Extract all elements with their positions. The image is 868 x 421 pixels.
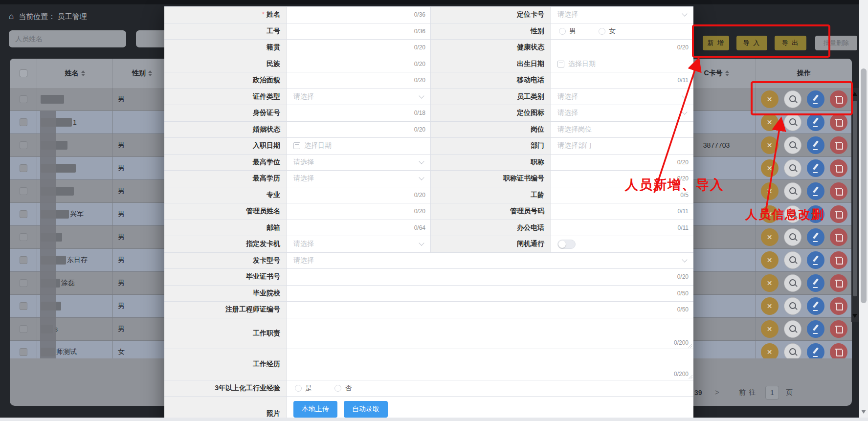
return-card-button[interactable] — [761, 159, 779, 177]
return-card-button[interactable] — [761, 136, 779, 154]
form-field-input[interactable]: 0/20 — [287, 56, 430, 72]
form-field-select[interactable]: 请选择 — [287, 155, 430, 171]
local-upload-button[interactable]: 本地上传 — [293, 401, 337, 418]
row-checkbox[interactable] — [20, 302, 27, 310]
edit-button[interactable] — [807, 182, 824, 200]
form-field-select[interactable]: 请选择 — [551, 7, 693, 23]
sort-caret-icon[interactable] — [725, 70, 729, 76]
form-field-select[interactable]: 请选择 — [551, 89, 693, 105]
delete-button[interactable] — [830, 251, 847, 269]
batch-delete-button[interactable]: 批量删除 — [815, 36, 857, 50]
row-checkbox[interactable] — [20, 233, 27, 241]
auto-capture-button[interactable]: 自动录取 — [344, 401, 388, 418]
row-checkbox[interactable] — [20, 210, 27, 218]
return-card-button[interactable] — [761, 90, 779, 108]
column-header-name[interactable]: 姓名 — [37, 59, 112, 88]
form-field-date[interactable]: 选择日期 — [551, 56, 693, 72]
radio-option[interactable]: 否 — [334, 384, 352, 393]
form-field-select[interactable]: 请选择 — [551, 105, 693, 121]
table-scrollbar-thumb[interactable] — [853, 101, 857, 296]
delete-button[interactable] — [830, 136, 847, 154]
view-button[interactable] — [784, 251, 801, 269]
view-button[interactable] — [784, 297, 801, 315]
view-button[interactable] — [784, 113, 801, 131]
return-card-button[interactable] — [761, 113, 779, 131]
delete-button[interactable] — [830, 297, 847, 315]
form-field-input[interactable]: 0/50 — [287, 286, 693, 302]
return-card-button[interactable] — [761, 343, 779, 358]
edit-button[interactable] — [807, 297, 824, 315]
gate-pass-toggle[interactable] — [557, 240, 576, 249]
view-button[interactable] — [784, 90, 801, 108]
form-field-select[interactable]: 请选择 — [287, 89, 430, 105]
toggle-knob[interactable] — [558, 241, 566, 248]
form-field-input[interactable]: 0/20 — [551, 40, 693, 56]
form-field-select-plain[interactable]: 请选择部门 — [551, 138, 693, 154]
view-button[interactable] — [784, 136, 801, 154]
form-field-select-plain[interactable]: 请选择岗位 — [551, 122, 693, 138]
edit-button[interactable] — [807, 113, 824, 131]
scroll-down-icon[interactable] — [861, 410, 866, 414]
view-button[interactable] — [784, 228, 801, 246]
radio-circle-icon[interactable] — [599, 28, 605, 35]
form-field-input[interactable]: 0/64 — [287, 220, 430, 236]
column-header-gender[interactable]: 性别 — [112, 59, 171, 88]
delete-button[interactable] — [830, 228, 847, 246]
page-scrollbar-thumb[interactable] — [861, 68, 867, 303]
form-field-input[interactable]: 0/11 — [551, 220, 693, 236]
delete-button[interactable] — [830, 320, 847, 338]
row-checkbox[interactable] — [20, 325, 27, 333]
form-field-input[interactable]: 0/20 — [287, 122, 430, 138]
form-field-date[interactable]: 选择日期 — [287, 138, 430, 154]
radio-option[interactable]: 男 — [559, 27, 576, 36]
return-card-button[interactable] — [761, 228, 779, 246]
edit-button[interactable] — [807, 251, 824, 269]
delete-button[interactable] — [830, 182, 847, 200]
delete-button[interactable] — [830, 90, 847, 108]
row-checkbox[interactable] — [20, 348, 27, 356]
form-field-input[interactable]: 0/50 — [287, 302, 693, 318]
view-button[interactable] — [784, 343, 801, 358]
form-field-radio[interactable]: 是否 — [287, 380, 693, 397]
radio-circle-icon[interactable] — [295, 385, 302, 392]
delete-button[interactable] — [830, 159, 847, 177]
edit-button[interactable] — [807, 159, 824, 177]
return-card-button[interactable] — [761, 274, 779, 292]
sort-caret-icon[interactable] — [81, 70, 85, 76]
form-field-toggle[interactable] — [551, 236, 693, 252]
edit-button[interactable] — [807, 343, 824, 358]
form-field-textarea[interactable]: 0/200 — [287, 349, 693, 380]
delete-button[interactable] — [830, 113, 847, 131]
return-card-button[interactable] — [761, 320, 779, 338]
scroll-up-icon[interactable] — [852, 92, 857, 96]
row-checkbox[interactable] — [20, 95, 27, 103]
edit-button[interactable] — [807, 274, 824, 292]
form-field-input[interactable]: 0/11 — [551, 203, 693, 220]
employee-name-search-input[interactable]: 人员姓名 — [9, 30, 126, 47]
row-checkbox[interactable] — [20, 141, 27, 149]
pagination-next-icon[interactable]: > — [715, 388, 719, 397]
form-field-input[interactable]: 0/20 — [551, 155, 693, 171]
radio-circle-icon[interactable] — [334, 385, 341, 392]
form-field-select[interactable]: 请选择 — [287, 253, 693, 269]
row-checkbox[interactable] — [20, 279, 27, 287]
form-field-input[interactable]: 0/36 — [287, 7, 430, 23]
edit-button[interactable] — [807, 228, 824, 246]
form-field-input[interactable]: 0/11 — [551, 72, 693, 89]
page-scrollbar[interactable] — [859, 0, 868, 418]
pagination-last-page[interactable]: 39 — [694, 389, 702, 397]
form-field-select[interactable]: 请选择 — [287, 236, 430, 252]
edit-button[interactable] — [807, 136, 824, 154]
delete-button[interactable] — [830, 274, 847, 292]
table-scrollbar[interactable] — [851, 88, 859, 322]
form-field-select[interactable]: 请选择 — [287, 171, 430, 187]
form-field-textarea[interactable]: 0/200 — [287, 318, 693, 349]
form-field-input[interactable]: 0/18 — [287, 105, 430, 121]
export-button[interactable]: 导 出 — [775, 36, 806, 50]
radio-option[interactable]: 女 — [599, 27, 616, 36]
delete-button[interactable] — [830, 343, 847, 358]
return-card-button[interactable] — [761, 182, 779, 200]
form-field-input[interactable]: 0/20 — [287, 40, 430, 56]
form-field-input[interactable]: 0/20 — [287, 203, 430, 220]
row-checkbox[interactable] — [20, 164, 27, 172]
